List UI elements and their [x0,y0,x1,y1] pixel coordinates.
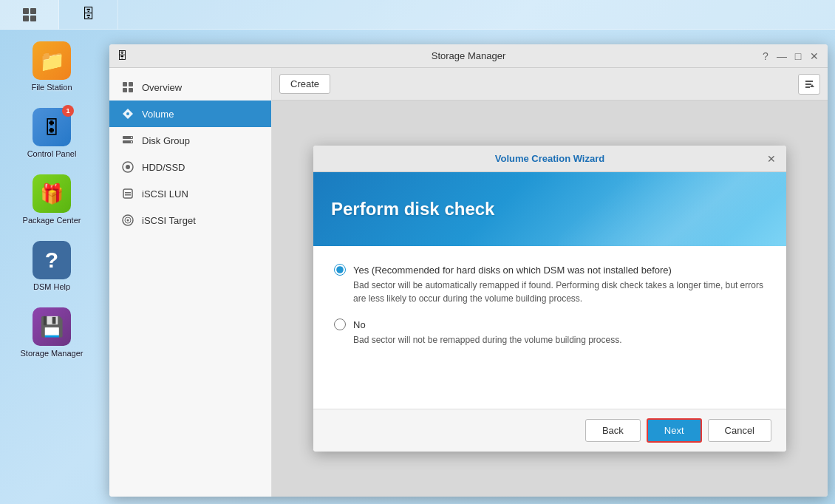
toolbar-right [798,74,820,95]
window-close-button[interactable]: ✕ [808,50,820,62]
svg-point-13 [131,141,132,143]
desktop-icon-control-panel[interactable]: 🎛 1 Control Panel [11,103,92,163]
svg-rect-24 [805,86,810,88]
wizard-banner: Perform disk check [313,172,786,246]
svg-rect-2 [23,16,29,21]
window-title: Storage Manager [432,50,505,61]
radio-option-yes: Yes (Recommended for hard disks on which… [334,264,766,305]
desktop-icon-file-station[interactable]: 📁 File Station [11,37,92,96]
radio-yes-input[interactable] [334,264,346,276]
svg-rect-3 [30,16,36,21]
svg-rect-5 [129,82,133,86]
svg-rect-22 [805,81,813,82]
next-button[interactable]: Next [647,418,702,443]
iscsi-target-icon [121,214,134,227]
sort-icon [804,79,814,89]
dsm-help-label: DSM Help [33,282,70,291]
window-app-icon: 🗄 [117,50,130,63]
desktop: 📁 File Station 🎛 1 Control Panel 🎁 Packa… [0,30,103,504]
back-button[interactable]: Back [585,419,641,442]
wizard-footer: Back Next Cancel [313,409,786,452]
wizard-header-bar: Volume Creation Wizard ✕ [313,146,786,172]
wizard-title: Volume Creation Wizard [495,153,604,164]
svg-rect-6 [123,88,127,92]
svg-rect-17 [125,192,131,194]
overview-icon [121,81,134,94]
svg-rect-23 [805,84,811,85]
wizard-body: Yes (Recommended for hard disks on which… [313,246,786,409]
sidebar-item-iscsi-target-label: iSCSI Target [142,215,196,226]
apps-grid-icon [21,7,38,23]
file-station-icon-img: 📁 [33,41,71,80]
svg-point-21 [127,219,129,222]
dsm-help-icon-img: ? [33,241,71,279]
desktop-icon-storage-manager[interactable]: 💾 Storage Manager [11,303,92,362]
package-center-icon-img: 🎁 [33,174,71,213]
sidebar-item-hdd-ssd-label: HDD/SSD [142,162,185,173]
taskbar-storage-manager[interactable]: 🗄 [59,0,118,30]
sidebar-item-iscsi-target[interactable]: iSCSI Target [109,207,271,234]
window-controls: ? — □ ✕ [760,50,820,62]
volume-icon [121,107,134,120]
control-panel-icon-img: 🎛 1 [33,108,71,146]
disk-check-options: Yes (Recommended for hard disks on which… [334,264,766,347]
file-station-label: File Station [31,83,72,92]
svg-point-15 [126,165,130,169]
storage-manager-window: 🗄 Storage Manager ? — □ ✕ Overview Volum… [109,44,828,497]
sidebar-item-iscsi-lun[interactable]: iSCSI LUN [109,180,271,207]
disk-group-icon [121,134,134,147]
svg-rect-4 [123,82,127,86]
svg-rect-16 [123,189,132,198]
desktop-icon-package-center[interactable]: 🎁 Package Center [11,170,92,229]
svg-point-12 [131,137,132,138]
radio-yes-label-row: Yes (Recommended for hard disks on which… [334,264,766,276]
radio-no-label[interactable]: No [353,319,366,330]
radio-yes-label[interactable]: Yes (Recommended for hard disks on which… [353,265,672,276]
desktop-icon-dsm-help[interactable]: ? DSM Help [11,236,92,296]
window-help-button[interactable]: ? [760,50,771,62]
window-maximize-button[interactable]: □ [792,50,804,62]
radio-yes-description: Bad sector will be automatically remappe… [353,279,766,305]
window-minimize-button[interactable]: — [776,50,788,62]
wizard-banner-title: Perform disk check [331,199,494,219]
svg-rect-18 [125,194,131,196]
taskbar: 🗄 [0,0,835,30]
wizard-overlay: Volume Creation Wizard ✕ Perform disk ch… [272,101,828,497]
sidebar-item-hdd-ssd[interactable]: HDD/SSD [109,154,271,180]
radio-option-no: No Bad sector will not be remapped durin… [334,319,766,347]
storage-manager-label: Storage Manager [21,349,84,358]
radio-no-description: Bad sector will not be remapped during t… [353,333,766,347]
window-titlebar: 🗄 Storage Manager ? — □ ✕ [109,44,828,68]
storage-manager-taskbar-icon: 🗄 [82,7,95,22]
storage-manager-icon-img: 💾 [33,307,71,346]
sidebar-item-volume[interactable]: Volume [109,101,271,127]
cancel-button[interactable]: Cancel [708,419,771,442]
sidebar-item-disk-group-label: Disk Group [142,135,190,146]
svg-rect-0 [23,8,29,14]
taskbar-apps-grid[interactable] [0,0,59,30]
sidebar: Overview Volume Disk Group HDD/SSD [109,68,272,497]
window-body: Overview Volume Disk Group HDD/SSD [109,68,828,497]
sidebar-item-overview[interactable]: Overview [109,74,271,101]
wizard-dialog: Volume Creation Wizard ✕ Perform disk ch… [313,146,786,452]
sort-options-button[interactable] [798,74,820,95]
sidebar-item-volume-label: Volume [142,109,174,120]
radio-no-label-row: No [334,319,766,330]
control-panel-badge: 1 [62,105,74,117]
svg-rect-1 [30,8,36,14]
svg-point-9 [126,112,129,115]
radio-no-input[interactable] [334,319,346,330]
wizard-close-button[interactable]: ✕ [764,151,779,166]
create-button[interactable]: Create [279,74,330,94]
control-panel-label: Control Panel [27,149,77,158]
hdd-ssd-icon [121,160,134,174]
main-content: Create Vo [272,68,828,497]
sidebar-item-overview-label: Overview [142,82,182,93]
svg-rect-7 [129,88,133,92]
sidebar-item-iscsi-lun-label: iSCSI LUN [142,188,188,200]
toolbar: Create [272,68,828,101]
sidebar-item-disk-group[interactable]: Disk Group [109,127,271,154]
iscsi-lun-icon [121,187,134,200]
package-center-label: Package Center [23,216,81,225]
